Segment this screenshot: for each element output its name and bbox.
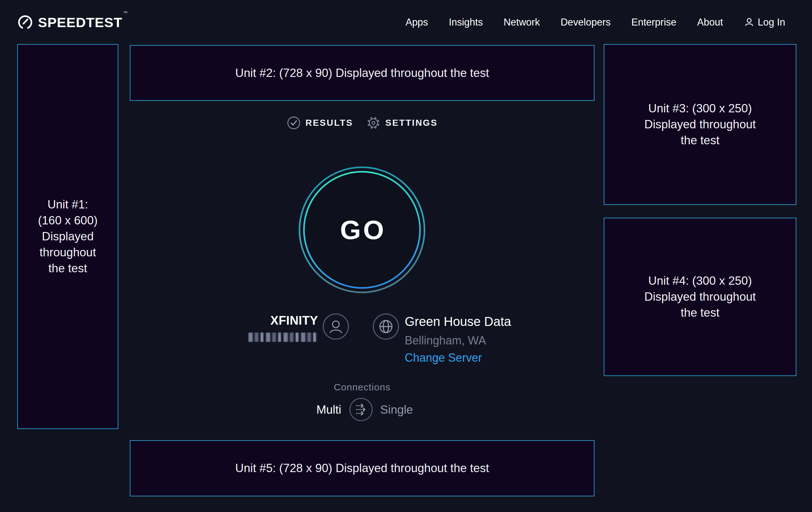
- check-circle-icon: [287, 116, 301, 130]
- user-icon: [744, 17, 755, 28]
- change-server-link[interactable]: Change Server: [405, 351, 482, 365]
- ad-unit-5-text: Unit #5: (728 x 90) Displayed throughout…: [235, 460, 489, 476]
- ad-unit-4: Unit #4: (300 x 250) Displayed throughou…: [604, 218, 796, 376]
- multi-connections-icon: [349, 398, 373, 421]
- nav-apps[interactable]: Apps: [405, 17, 428, 28]
- ad-unit-1: Unit #1: (160 x 600) Displayed throughou…: [17, 44, 118, 429]
- gauge-icon: [18, 15, 33, 30]
- logo-text: SPEEDTEST™: [38, 15, 127, 30]
- nav-developers[interactable]: Developers: [561, 17, 611, 28]
- ad-unit-2: Unit #2: (728 x 90) Displayed throughout…: [130, 45, 594, 101]
- isp-name[interactable]: XFINITY: [270, 314, 318, 327]
- speedtest-page: SPEEDTEST™ Apps Insights Network Develop…: [0, 0, 812, 512]
- nav-network[interactable]: Network: [503, 17, 540, 28]
- view-tabs: RESULTS SETTINGS: [130, 114, 594, 132]
- ad-unit-4-text: Unit #4: (300 x 250) Displayed throughou…: [644, 273, 756, 321]
- connections-title: Connections: [130, 382, 594, 393]
- nav-enterprise[interactable]: Enterprise: [631, 17, 676, 28]
- results-label: RESULTS: [306, 118, 353, 128]
- connections-multi-label[interactable]: Multi: [316, 403, 341, 416]
- nav-insights[interactable]: Insights: [449, 17, 483, 28]
- tab-settings[interactable]: SETTINGS: [367, 116, 438, 130]
- ad-unit-1-text: Unit #1: (160 x 600) Displayed throughou…: [38, 197, 97, 276]
- ad-unit-3-text: Unit #3: (300 x 250) Displayed throughou…: [644, 101, 756, 149]
- connections-single-label[interactable]: Single: [380, 403, 413, 416]
- isp-user-icon: [322, 313, 349, 340]
- nav-about[interactable]: About: [697, 17, 723, 28]
- ad-unit-5: Unit #5: (728 x 90) Displayed throughout…: [130, 440, 594, 496]
- go-button[interactable]: GO: [298, 166, 426, 294]
- ad-unit-2-text: Unit #2: (728 x 90) Displayed throughout…: [235, 65, 489, 81]
- ad-unit-3: Unit #3: (300 x 250) Displayed throughou…: [604, 44, 796, 205]
- connections-toggle[interactable]: [349, 398, 373, 421]
- trademark-mark: ™: [123, 10, 127, 15]
- gear-icon: [367, 116, 380, 130]
- tab-results[interactable]: RESULTS: [287, 116, 353, 130]
- speedtest-logo[interactable]: SPEEDTEST™: [18, 15, 127, 30]
- login-label: Log In: [758, 17, 785, 28]
- isp-ip-redacted: [249, 332, 318, 342]
- nav-login[interactable]: Log In: [744, 17, 785, 28]
- server-location: Bellingham, WA: [405, 334, 486, 347]
- server-globe-icon: [373, 313, 399, 340]
- go-label: GO: [298, 166, 426, 294]
- top-nav-bar: SPEEDTEST™ Apps Insights Network Develop…: [0, 0, 812, 45]
- nav-links: Apps Insights Network Developers Enterpr…: [405, 17, 785, 28]
- server-name[interactable]: Green House Data: [405, 315, 511, 329]
- settings-label: SETTINGS: [385, 118, 438, 128]
